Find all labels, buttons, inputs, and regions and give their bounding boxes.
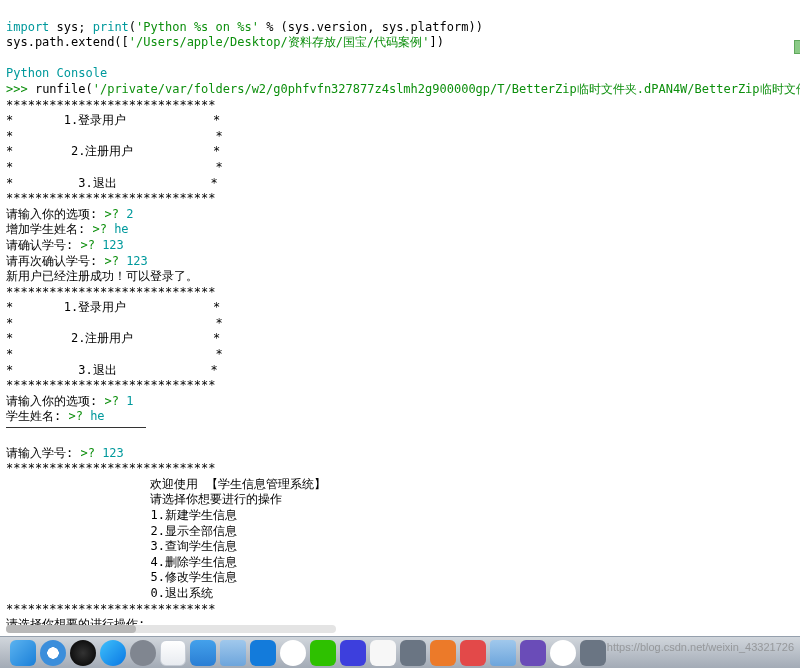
watermark-text: https://blog.csdn.net/weixin_43321726 xyxy=(607,640,794,654)
siri-icon[interactable] xyxy=(70,640,96,666)
sysmenu-1: 1.新建学生信息 xyxy=(6,508,237,522)
horizontal-scrollbar[interactable] xyxy=(6,625,336,633)
menu-blank: * * xyxy=(6,347,223,361)
menu-sep-bot2: ***************************** xyxy=(6,378,216,392)
app-icon[interactable] xyxy=(460,640,486,666)
folder-icon[interactable] xyxy=(220,640,246,666)
python-console[interactable]: import sys; print('Python %s on %s' % (s… xyxy=(0,0,800,668)
tencent-icon[interactable] xyxy=(250,640,276,666)
sysmenu-3: 3.查询学生信息 xyxy=(6,539,237,553)
menu-blank: * * xyxy=(6,316,223,330)
sysmenu-5: 5.修改学生信息 xyxy=(6,570,237,584)
console-title: Python Console xyxy=(6,66,107,80)
side-tab[interactable] xyxy=(794,40,800,54)
folder-icon[interactable] xyxy=(490,640,516,666)
sysmenu-2: 2.显示全部信息 xyxy=(6,524,237,538)
app-icon[interactable] xyxy=(520,640,546,666)
menu-item-register: * 2.注册用户 * xyxy=(6,144,220,158)
input-choice: 请输入你的选项: >? 2 xyxy=(6,207,133,221)
register-success: 新用户已经注册成功！可以登录了。 xyxy=(6,269,198,283)
input-add-name: 增加学生姓名: >? he xyxy=(6,222,129,236)
sysmenu-sep-bot: ***************************** xyxy=(6,602,216,616)
sysmenu-sep-top: ***************************** xyxy=(6,461,216,475)
code-line-1: import sys; print('Python %s on %s' % (s… xyxy=(6,20,483,34)
menu-item-login: * 1.登录用户 * xyxy=(6,113,220,127)
menu-item-exit: * 3.退出 * xyxy=(6,363,218,377)
runfile-line: >>> runfile('/private/var/folders/w2/g0p… xyxy=(6,82,800,96)
app-icon[interactable] xyxy=(580,640,606,666)
sysmenu-title: 欢迎使用 【学生信息管理系统】 xyxy=(6,477,326,491)
settings-icon[interactable] xyxy=(130,640,156,666)
input-name-2: 学生姓名: >? he xyxy=(6,409,105,423)
divider-line xyxy=(6,427,146,428)
menu-item-exit: * 3.退出 * xyxy=(6,176,218,190)
wechat-icon[interactable] xyxy=(310,640,336,666)
mail-icon[interactable] xyxy=(160,640,186,666)
input-confirm-id: 请确认学号: >? 123 xyxy=(6,238,124,252)
input-choice-2: 请输入你的选项: >? 1 xyxy=(6,394,133,408)
app-icon[interactable] xyxy=(550,640,576,666)
menu-blank: * * xyxy=(6,129,223,143)
menu-sep-top2: ***************************** xyxy=(6,285,216,299)
sysmenu-subtitle: 请选择你想要进行的操作 xyxy=(6,492,283,506)
app-icon[interactable] xyxy=(400,640,426,666)
menu-item-register: * 2.注册用户 * xyxy=(6,331,220,345)
app-icon[interactable] xyxy=(430,640,456,666)
netdisk-icon[interactable] xyxy=(280,640,306,666)
sysmenu-4: 4.删除学生信息 xyxy=(6,555,237,569)
menu-sep-bot: ***************************** xyxy=(6,191,216,205)
app-icon[interactable] xyxy=(340,640,366,666)
menu-sep-top: ***************************** xyxy=(6,98,216,112)
sysmenu-0: 0.退出系统 xyxy=(6,586,213,600)
code-line-2: sys.path.extend(['/Users/apple/Desktop/资… xyxy=(6,35,444,49)
menu-item-login: * 1.登录用户 * xyxy=(6,300,220,314)
finder-icon[interactable] xyxy=(10,640,36,666)
menu-blank: * * xyxy=(6,160,223,174)
appstore-icon[interactable] xyxy=(100,640,126,666)
editor-icon[interactable] xyxy=(190,640,216,666)
input-reconfirm-id: 请再次确认学号: >? 123 xyxy=(6,254,148,268)
safari-icon[interactable] xyxy=(40,640,66,666)
app-icon[interactable] xyxy=(370,640,396,666)
scrollbar-thumb[interactable] xyxy=(6,625,136,633)
input-enter-id: 请输入学号: >? 123 xyxy=(6,446,124,460)
